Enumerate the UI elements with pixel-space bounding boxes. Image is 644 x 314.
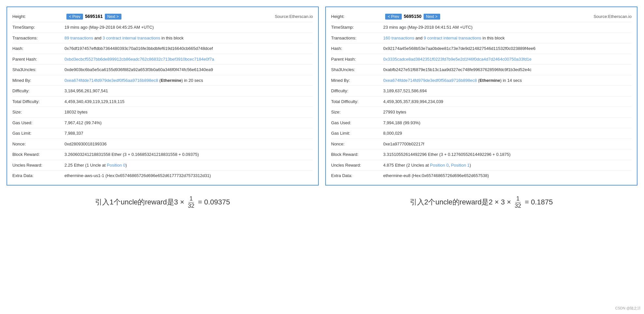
uncles-reward-suffix-2: ) (469, 163, 471, 168)
transactions-value-2: 160 transactions and 9 contract internal… (383, 35, 632, 41)
nonce-row-2: Nonce: 0xe1a977700b02217f (331, 139, 632, 150)
gas-limit-value-1: 7,988,337 (64, 130, 313, 137)
gas-used-row-1: Gas Used: 7,967,412 (99.74%) (12, 118, 313, 128)
block-reward-label-1: Block Reward: (12, 151, 64, 158)
fraction2-numerator: 1 (515, 195, 521, 203)
parent-hash-value-2: 0x3335cadce8ad3842351f0223fd7b9e5e2d1f46… (383, 56, 632, 63)
minedby-name-2: (Ethermine) (477, 78, 502, 83)
hash-label-2: Hash: (331, 45, 383, 52)
gas-limit-row-1: Gas Limit: 7,988,337 (12, 128, 313, 139)
height-label-1: Height: (12, 13, 64, 20)
minedby-suffix-2: in 14 secs (502, 78, 522, 83)
transactions-label-2: Transactions: (331, 35, 383, 41)
main-container: Height: < Prev 5695161 Next > Source:Eth… (7, 7, 637, 186)
height-row-2: Height: < Prev 5695150 Next > Source:Eth… (331, 11, 632, 22)
transactions-link2-2[interactable]: 9 contract internal transactions (424, 36, 481, 40)
timestamp-value-1: 19 mins ago (May-29-2018 04:45:25 AM +UT… (64, 24, 313, 31)
nonce-value-1: 0xd280930018199336 (64, 141, 313, 147)
uncles-reward-label-2: Uncles Reward: (331, 162, 383, 169)
parent-hash-link-2[interactable]: 0x3335cadce8ad3842351f0223fd7b9e5e2d1f46… (383, 57, 531, 62)
parent-hash-label-1: Parent Hash: (12, 56, 64, 63)
total-difficulty-label-1: Total Difficulty: (12, 98, 64, 105)
block-reward-value-1: 3.260603241218831558 Ether (3 + 0.166853… (64, 151, 313, 158)
transactions-value-1: 89 transactions and 3 contract internal … (64, 35, 313, 41)
block-reward-row-1: Block Reward: 3.260603241218831558 Ether… (12, 149, 313, 160)
sha3uncles-label-2: Sha3Uncles: (331, 67, 383, 73)
source-1: Source:Etherscan.io (275, 13, 313, 20)
formula-section: 引入1个uncle的reward是3 × 1 32 = 0.09375 引入2个… (7, 195, 637, 210)
uncles-reward-link-1[interactable]: Position 0 (107, 163, 125, 168)
gas-used-label-1: Gas Used: (12, 120, 64, 126)
height-label-2: Height: (331, 13, 383, 20)
minedby-link-2[interactable]: 0xea674fdde714fd979de3edf0f56aa9716b898e… (383, 78, 477, 83)
transactions-link2-1[interactable]: 3 contract internal transactions (103, 36, 160, 40)
gas-used-label-2: Gas Used: (331, 120, 383, 126)
size-row-2: Size: 27993 bytes (331, 107, 632, 118)
extra-data-label-1: Extra Data: (12, 172, 64, 179)
nonce-value-2: 0xe1a977700b02217f (383, 141, 632, 147)
size-row-1: Size: 18032 bytes (12, 107, 313, 118)
fraction2-denominator: 32 (514, 202, 522, 210)
transactions-suffix-2: in this block (481, 36, 505, 40)
uncles-reward-link1-2[interactable]: Position 0 (430, 163, 449, 168)
parent-hash-link-1[interactable]: 0xbd3ecbcf5527bb6de899912cb86eadc762c868… (64, 57, 214, 62)
total-difficulty-value-1: 4,459,340,439,119,129,119,115 (64, 98, 313, 105)
csdn-watermark: CSDN @陆之沂 (615, 306, 641, 311)
hash-row-2: Hash: 0x92174a45e568b53e7aa0bdee81c73e7d… (331, 43, 632, 54)
block-card-1: Height: < Prev 5695161 Next > Source:Eth… (7, 7, 319, 186)
size-value-1: 18032 bytes (64, 109, 313, 115)
extra-data-row-1: Extra Data: ethermine-aws-us1-1 (Hex:0x6… (12, 171, 313, 181)
nonce-label-2: Nonce: (331, 141, 383, 147)
fraction1-denominator: 32 (187, 202, 195, 210)
transactions-label-1: Transactions: (12, 35, 64, 41)
prev-btn-1[interactable]: < Prev (66, 14, 83, 20)
gas-limit-value-2: 8,000,029 (383, 130, 632, 137)
extra-data-value-1: ethermine-aws-us1-1 (Hex:0x65746865726d6… (64, 172, 313, 179)
gas-used-value-2: 7,994,188 (99.93%) (383, 120, 632, 126)
parent-hash-row-2: Parent Hash: 0x3335cadce8ad3842351f0223f… (331, 54, 632, 65)
minedby-link-1[interactable]: 0xea674fdde714fd979de3edf0f56aa9716b898e… (64, 78, 158, 83)
fraction-1: 1 32 (187, 195, 195, 210)
extra-data-label-2: Extra Data: (331, 172, 383, 179)
total-difficulty-label-2: Total Difficulty: (331, 98, 383, 105)
fraction-2: 1 32 (514, 195, 522, 210)
size-label-2: Size: (331, 109, 383, 115)
uncles-reward-link2-2[interactable]: Position 1 (451, 163, 469, 168)
timestamp-value-2: 23 mins ago (May-29-2018 04:41:51 AM +UT… (383, 24, 632, 31)
uncles-reward-prefix-2: 4.875 Ether (2 Uncles at (383, 163, 430, 168)
transactions-link1-1[interactable]: 89 transactions (64, 36, 93, 40)
transactions-link1-2[interactable]: 160 transactions (383, 36, 414, 40)
size-label-1: Size: (12, 109, 64, 115)
block-number-2: 5695150 (404, 13, 422, 20)
next-btn-1[interactable]: Next > (105, 14, 121, 20)
size-value-2: 27993 bytes (383, 109, 632, 115)
gas-limit-row-2: Gas Limit: 8,000,029 (331, 128, 632, 139)
fraction1-numerator: 1 (189, 195, 194, 203)
formula2-text2: = 0.1875 (525, 198, 553, 206)
uncles-reward-value-1: 2.25 Ether (1 Uncle at Position 0) (64, 162, 313, 169)
block-card-2: Height: < Prev 5695150 Next > Source:Eth… (325, 7, 637, 186)
gas-used-value-1: 7,967,412 (99.74%) (64, 120, 313, 126)
sha3uncles-value-1: 0xde903bc6ba5e5ca6155d936f882a92a653f3b0… (64, 67, 313, 73)
transactions-and-1: and (93, 36, 103, 40)
transactions-suffix-1: in this block (160, 36, 184, 40)
height-row-1: Height: < Prev 5695161 Next > Source:Eth… (12, 11, 313, 22)
minedby-label-1: Mined By: (12, 77, 64, 84)
next-btn-2[interactable]: Next > (424, 14, 440, 20)
extra-data-row-2: Extra Data: ethermine-eu8 (Hex:0x6574686… (331, 171, 632, 181)
timestamp-label-1: TimeStamp: (12, 24, 64, 31)
formula-box-1: 引入1个uncle的reward是3 × 1 32 = 0.09375 (7, 195, 319, 210)
prev-btn-2[interactable]: < Prev (385, 14, 402, 20)
sha3uncles-row-2: Sha3Uncles: 0xabfb2427e51f6879e15b13c1aa… (331, 65, 632, 75)
nonce-row-1: Nonce: 0xd280930018199336 (12, 139, 313, 150)
minedby-value-2: 0xea674fdde714fd979de3edf0f56aa9716b898e… (383, 77, 632, 84)
sha3uncles-row-1: Sha3Uncles: 0xde903bc6ba5e5ca6155d936f88… (12, 65, 313, 75)
uncles-reward-value-2: 4.875 Ether (2 Uncles at Position 0, Pos… (383, 162, 632, 169)
transactions-row-1: Transactions: 89 transactions and 3 cont… (12, 33, 313, 44)
sha3uncles-value-2: 0xabfb2427e51f6879e15b13c1aa9d327ec748fe… (383, 67, 632, 73)
gas-used-row-2: Gas Used: 7,994,188 (99.93%) (331, 118, 632, 128)
total-difficulty-row-2: Total Difficulty: 4,459,305,357,839,994,… (331, 97, 632, 107)
block-reward-value-2: 3.31510552614492296 Ether (3 + 0.1276055… (383, 151, 632, 158)
formula1-text1: 引入1个uncle的reward是3 × (95, 198, 184, 206)
difficulty-row-1: Difficulty: 3,184,956,261,907,541 (12, 86, 313, 97)
